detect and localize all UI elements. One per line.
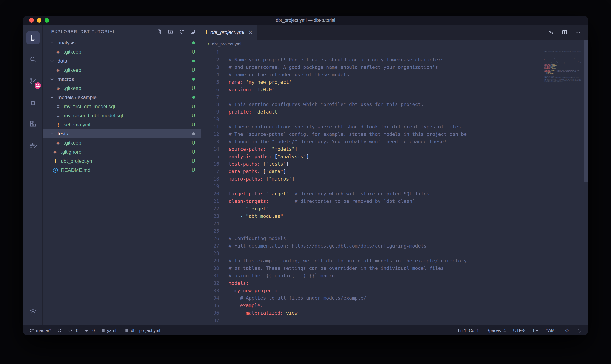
file-tag-item[interactable]: dbt_project.yml xyxy=(125,328,160,333)
code-line[interactable]: 34 # Applies to all files under models/e… xyxy=(201,294,588,302)
close-window-button[interactable] xyxy=(29,18,34,23)
tree-item-my-first-dbt-model-sql[interactable]: ≡my_first_dbt_model.sqlU xyxy=(43,102,201,111)
feedback-smiley-icon[interactable]: ☺ xyxy=(565,328,569,333)
code-line[interactable]: 11# These configurations specify where d… xyxy=(201,123,588,130)
code-line[interactable]: 24 xyxy=(201,220,588,227)
vertical-scrollbar[interactable] xyxy=(584,40,588,182)
new-folder-button[interactable] xyxy=(167,28,174,35)
tree-item-label: my_first_dbt_model.sql xyxy=(64,104,115,109)
refresh-explorer-button[interactable] xyxy=(178,28,185,35)
open-changes-button[interactable] xyxy=(548,29,555,36)
tree-item-gitkeep[interactable]: ◈.gitkeepU xyxy=(43,138,201,147)
tab-dbt-project-yml[interactable]: ! dbt_project.yml × xyxy=(201,25,257,39)
tree-item-gitkeep[interactable]: ◈.gitkeepU xyxy=(43,84,201,93)
sync-icon xyxy=(57,328,62,333)
code-line[interactable]: 28 xyxy=(201,250,588,257)
code-line[interactable]: 9profile: 'default' xyxy=(201,108,588,116)
tree-item-gitignore[interactable]: ◈.gitignoreU xyxy=(43,147,201,156)
tree-item-dbt-project-yml[interactable]: !dbt_project.ymlU xyxy=(43,156,201,166)
tree-item-gitkeep[interactable]: ◈.gitkeepU xyxy=(43,65,201,75)
minimap[interactable]: # Name your project! Project names shoul… xyxy=(544,50,581,89)
code-line[interactable]: 19 xyxy=(201,183,588,190)
encoding-item[interactable]: UTF-8 xyxy=(513,328,526,333)
notifications-bell-item[interactable] xyxy=(577,328,581,333)
new-file-button[interactable] xyxy=(156,28,163,35)
code-text: # using the `{{ config(...) }}` macro. xyxy=(219,272,338,279)
tree-item-data[interactable]: data xyxy=(43,56,201,65)
code-text: my_new_project: xyxy=(219,287,277,294)
code-line[interactable]: 26# Configuring models xyxy=(201,235,588,242)
code-line[interactable]: 30# as tables. These settings can be ove… xyxy=(201,264,588,272)
code-line[interactable]: 1 xyxy=(201,49,588,56)
more-actions-button[interactable] xyxy=(574,29,581,36)
tree-item-gitkeep[interactable]: ◈.gitkeepU xyxy=(43,47,201,56)
code-line[interactable]: 8# This setting configures which "profil… xyxy=(201,101,588,108)
code-text xyxy=(219,317,229,324)
code-line[interactable]: 16test-paths: ["tests"] xyxy=(201,160,588,168)
activity-docker[interactable] xyxy=(23,135,43,156)
code-line[interactable]: 29# In this example config, we tell dbt … xyxy=(201,257,588,264)
code-line[interactable]: 36 materialized: view xyxy=(201,309,588,317)
code-line[interactable]: 22 - "target" xyxy=(201,205,588,212)
code-line[interactable]: 17data-paths: ["data"] xyxy=(201,168,588,175)
code-line[interactable]: 21clean-targets: # directories to be rem… xyxy=(201,197,588,205)
code-line[interactable]: 37 xyxy=(201,317,588,324)
indentation-item[interactable]: Spaces: 4 xyxy=(486,328,506,333)
code-line[interactable]: 20target-path: "target" # directory whic… xyxy=(201,190,588,197)
code-line[interactable]: 32models: xyxy=(201,279,588,287)
problems-item[interactable]: 0 0 xyxy=(68,328,95,333)
code-line[interactable]: 3# and underscores. A good package name … xyxy=(201,64,588,71)
code-line[interactable]: 35 example: xyxy=(201,302,588,309)
activity-source-control[interactable]: 11 xyxy=(23,70,43,92)
activity-search[interactable] xyxy=(23,49,43,70)
code-line[interactable]: 6version: '1.0.0' xyxy=(201,86,588,93)
code-line[interactable]: 14source-paths: ["models"] xyxy=(201,145,588,153)
code-line[interactable]: 7 xyxy=(201,93,588,101)
traffic-lights xyxy=(29,18,49,23)
line-number: 21 xyxy=(201,197,219,205)
git-file-icon: ◈ xyxy=(55,49,61,55)
git-file-icon: ◈ xyxy=(55,86,61,91)
git-status-badge: U xyxy=(192,49,195,55)
code-line[interactable]: 15analysis-paths: ["analysis"] xyxy=(201,153,588,160)
cursor-position-item[interactable]: Ln 1, Col 1 xyxy=(458,328,479,333)
language-tag-item[interactable]: yaml | xyxy=(101,328,119,333)
tree-item-tests[interactable]: tests xyxy=(43,129,201,138)
code-line[interactable]: 18macro-paths: ["macros"] xyxy=(201,175,588,183)
split-editor-button[interactable] xyxy=(561,29,568,36)
collapse-folders-button[interactable] xyxy=(189,28,196,35)
editor-actions xyxy=(548,25,588,39)
tree-item-models-example[interactable]: models / example xyxy=(43,93,201,102)
code-line[interactable]: 33 my_new_project: xyxy=(201,287,588,294)
breadcrumb-file[interactable]: dbt_project.yml xyxy=(212,41,241,47)
code-line[interactable]: 12# The `source-paths` config, for examp… xyxy=(201,130,588,138)
minimize-window-button[interactable] xyxy=(37,18,42,23)
tree-item-schema-yml[interactable]: !schema.ymlU xyxy=(43,120,201,129)
tree-item-readme-md[interactable]: iREADME.mdU xyxy=(43,166,201,175)
title-bar: dbt_project.yml — dbt-tutorial xyxy=(23,15,588,25)
code-text: # name or the intended use of these mode… xyxy=(219,71,349,78)
code-line[interactable]: 23 - "dbt_modules" xyxy=(201,212,588,220)
code-line[interactable]: 27# Full documentation: https://docs.get… xyxy=(201,242,588,250)
zoom-window-button[interactable] xyxy=(44,18,49,23)
tree-item-my-second-dbt-model-sql[interactable]: ≡my_second_dbt_model.sqlU xyxy=(43,111,201,120)
sync-changes-item[interactable] xyxy=(57,328,62,333)
code-line[interactable]: 10 xyxy=(201,116,588,123)
tree-item-analysis[interactable]: analysis xyxy=(43,38,201,47)
activity-explorer[interactable] xyxy=(23,27,43,49)
line-number: 33 xyxy=(201,287,219,294)
code-line[interactable]: 31# using the `{{ config(...) }}` macro. xyxy=(201,272,588,279)
activity-extensions[interactable] xyxy=(23,113,43,135)
code-line[interactable]: 5name: 'my_new_project' xyxy=(201,78,588,86)
code-line[interactable]: 25 xyxy=(201,227,588,235)
activity-debug[interactable] xyxy=(23,92,43,113)
tree-item-macros[interactable]: macros xyxy=(43,75,201,84)
activity-settings[interactable] xyxy=(23,300,43,321)
eol-item[interactable]: LF xyxy=(533,328,538,333)
code-line[interactable]: 13# found in the "models/" directory. Yo… xyxy=(201,138,588,145)
language-mode-item[interactable]: YAML xyxy=(545,328,557,333)
code-line[interactable]: 4# name or the intended use of these mod… xyxy=(201,71,588,78)
close-tab-icon[interactable]: × xyxy=(249,29,252,35)
git-branch-item[interactable]: master* xyxy=(30,328,51,333)
code-line[interactable]: 2# Name your project! Project names shou… xyxy=(201,56,588,64)
